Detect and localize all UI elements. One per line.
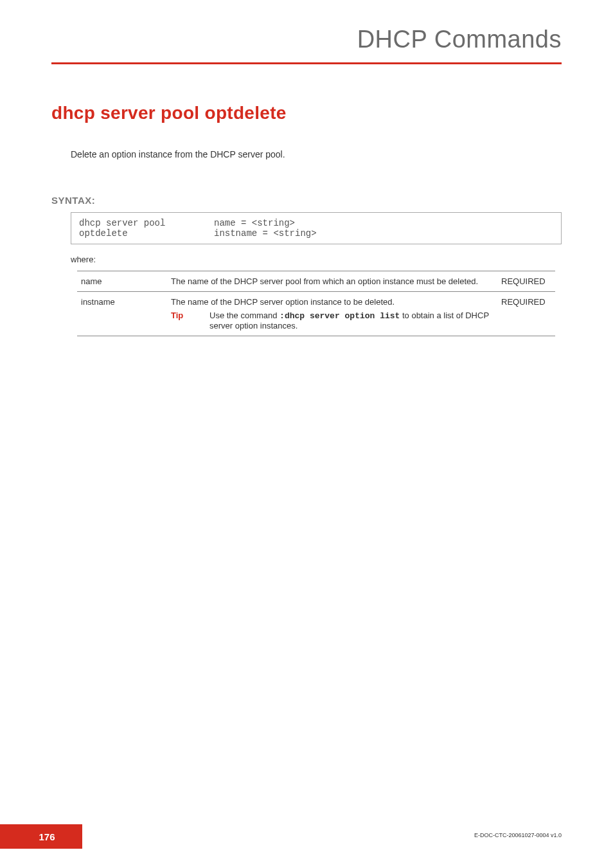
syntax-label: SYNTAX: <box>51 195 562 206</box>
param-name: instname <box>77 292 167 336</box>
table-row: name The name of the DHCP server pool fr… <box>77 271 555 292</box>
parameter-table: name The name of the DHCP server pool fr… <box>77 271 555 336</box>
footer-accent-bar <box>0 824 12 849</box>
syntax-command: dhcp server pool optdelete <box>79 218 214 239</box>
param-description: The name of the DHCP server option insta… <box>167 292 497 336</box>
param-description: The name of the DHCP server pool from wh… <box>167 271 497 292</box>
param-requirement: REQUIRED <box>497 271 555 292</box>
page-footer: 176 E-DOC-CTC-20061027-0004 v1.0 <box>0 824 613 849</box>
tip-code: :dhcp server option list <box>280 311 400 321</box>
header-rule <box>51 62 562 64</box>
chapter-title: DHCP Commands <box>51 26 562 62</box>
param-name: name <box>77 271 167 292</box>
tip-label: Tip <box>171 311 209 320</box>
page-container: DHCP Commands dhcp server pool optdelete… <box>0 0 613 868</box>
table-row: instname The name of the DHCP server opt… <box>77 292 555 336</box>
param-desc-text: The name of the DHCP server option insta… <box>171 297 395 307</box>
tip-row: Tip Use the command :dhcp server option … <box>171 311 493 330</box>
tip-text: Use the command :dhcp server option list… <box>209 311 493 330</box>
tip-pre: Use the command <box>209 311 280 320</box>
command-description: Delete an option instance from the DHCP … <box>71 149 562 159</box>
param-requirement: REQUIRED <box>497 292 555 336</box>
page-number: 176 <box>12 824 82 849</box>
syntax-arguments: name = <string> instname = <string> <box>214 218 317 239</box>
command-title: dhcp server pool optdelete <box>51 103 562 123</box>
where-label: where: <box>71 255 562 264</box>
document-id: E-DOC-CTC-20061027-0004 v1.0 <box>474 832 562 838</box>
syntax-box: dhcp server pool optdelete name = <strin… <box>71 212 562 244</box>
